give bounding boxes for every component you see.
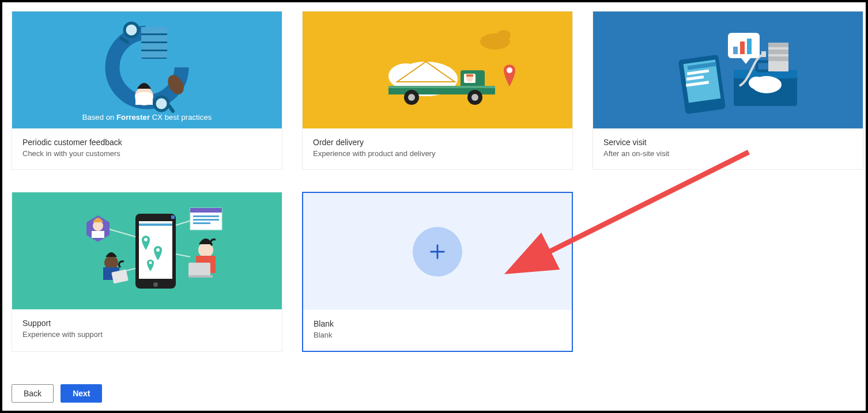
forrester-text: Based on Forrester CX best practices: [82, 113, 212, 122]
svg-point-9: [154, 97, 168, 111]
svg-rect-31: [768, 43, 788, 47]
svg-rect-2: [141, 27, 167, 33]
svg-rect-39: [740, 41, 745, 54]
svg-rect-67: [193, 219, 219, 221]
delivery-truck-icon: [345, 21, 530, 119]
card-subtitle: After an on-site visit: [603, 149, 852, 158]
svg-point-53: [149, 261, 152, 264]
card-title: Periodic customer feedback: [22, 138, 271, 147]
svg-rect-50: [139, 223, 172, 226]
card-hero-blank: [303, 193, 572, 310]
card-subtitle: Blank: [314, 331, 561, 339]
back-button[interactable]: Back: [12, 384, 54, 403]
service-devices-icon: [644, 22, 812, 118]
svg-rect-40: [747, 39, 752, 54]
template-grid: Based on Forrester CX best practices Per…: [2, 2, 866, 361]
feedback-cycle-icon: [86, 18, 207, 122]
card-title: Order delivery: [313, 138, 562, 147]
card-subtitle: Experience with product and delivery: [313, 149, 562, 158]
svg-rect-10: [167, 104, 175, 113]
card-hero-support: [12, 192, 282, 309]
svg-rect-65: [190, 208, 222, 213]
wizard-footer: Back Next: [12, 384, 102, 403]
template-card-support[interactable]: Support Experience with support: [12, 192, 282, 352]
next-button[interactable]: Next: [61, 384, 102, 403]
card-hero-delivery: [303, 12, 572, 128]
template-card-service[interactable]: Service visit After an on-site visit: [592, 11, 863, 170]
svg-rect-72: [188, 275, 213, 278]
card-subtitle: Check in with your customers: [22, 149, 271, 158]
card-subtitle: Experience with support: [22, 330, 271, 339]
svg-point-36: [749, 77, 765, 89]
svg-rect-32: [768, 50, 788, 54]
card-caption: Blank Blank: [303, 310, 572, 351]
card-caption: Service visit After an on-site visit: [593, 128, 863, 169]
svg-point-26: [507, 67, 512, 73]
svg-line-55: [105, 228, 135, 237]
svg-point-6: [124, 23, 138, 37]
svg-rect-4: [141, 43, 167, 50]
svg-rect-21: [388, 86, 495, 88]
card-caption: Periodic customer feedback Check in with…: [12, 128, 282, 169]
card-title: Support: [22, 319, 271, 328]
svg-point-23: [408, 94, 415, 101]
card-title: Blank: [314, 319, 561, 328]
svg-point-52: [156, 248, 160, 252]
svg-rect-66: [193, 215, 219, 217]
card-hero-service: [593, 12, 863, 128]
svg-rect-33: [768, 56, 788, 61]
svg-point-25: [471, 94, 478, 101]
card-hero-periodic: Based on Forrester CX best practices: [12, 12, 282, 128]
plus-icon: [413, 227, 462, 276]
template-card-periodic[interactable]: Based on Forrester CX best practices Per…: [12, 11, 282, 170]
template-card-blank[interactable]: Blank Blank: [302, 192, 573, 352]
svg-point-13: [497, 30, 511, 40]
card-title: Service visit: [603, 138, 852, 147]
support-icon: [43, 199, 251, 303]
card-caption: Order delivery Experience with product a…: [303, 128, 572, 169]
svg-rect-3: [141, 35, 167, 41]
svg-rect-19: [466, 74, 473, 77]
svg-rect-38: [733, 47, 738, 54]
svg-rect-34: [761, 51, 766, 57]
template-card-delivery[interactable]: Order delivery Experience with product a…: [302, 11, 573, 170]
card-caption: Support Experience with support: [12, 309, 282, 350]
svg-point-54: [153, 282, 158, 287]
svg-rect-68: [193, 222, 210, 224]
svg-rect-5: [141, 51, 167, 58]
svg-point-51: [144, 238, 148, 241]
svg-rect-49: [171, 215, 175, 219]
svg-line-58: [176, 254, 190, 257]
